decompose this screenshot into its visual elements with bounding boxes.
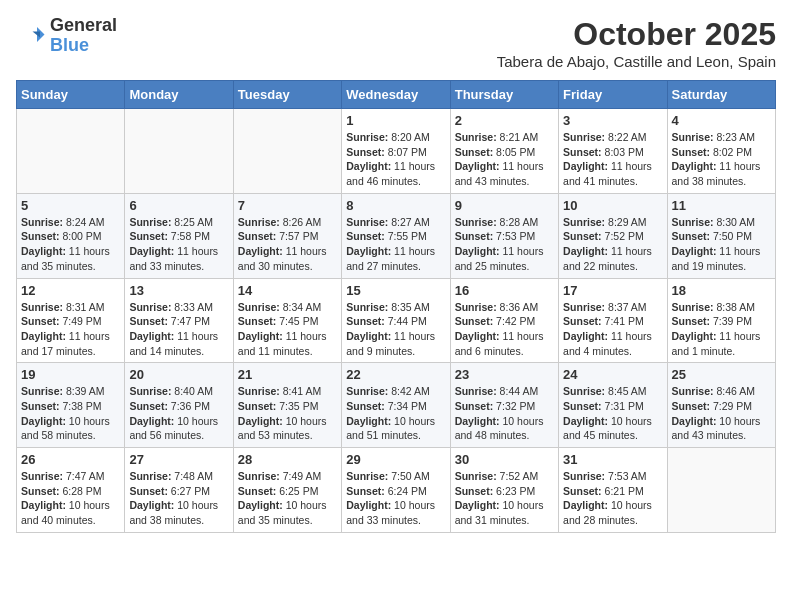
day-number: 11 — [672, 198, 771, 213]
day-info: Sunrise: 8:22 AMSunset: 8:03 PMDaylight:… — [563, 130, 662, 189]
table-row: 13Sunrise: 8:33 AMSunset: 7:47 PMDayligh… — [125, 278, 233, 363]
table-row: 21Sunrise: 8:41 AMSunset: 7:35 PMDayligh… — [233, 363, 341, 448]
day-number: 5 — [21, 198, 120, 213]
table-row — [125, 109, 233, 194]
day-number: 21 — [238, 367, 337, 382]
day-number: 27 — [129, 452, 228, 467]
logo-text: General Blue — [50, 16, 117, 56]
day-number: 8 — [346, 198, 445, 213]
calendar-week-5: 26Sunrise: 7:47 AMSunset: 6:28 PMDayligh… — [17, 448, 776, 533]
day-info: Sunrise: 8:39 AMSunset: 7:38 PMDaylight:… — [21, 384, 120, 443]
table-row: 26Sunrise: 7:47 AMSunset: 6:28 PMDayligh… — [17, 448, 125, 533]
table-row: 31Sunrise: 7:53 AMSunset: 6:21 PMDayligh… — [559, 448, 667, 533]
table-row: 28Sunrise: 7:49 AMSunset: 6:25 PMDayligh… — [233, 448, 341, 533]
header-sunday: Sunday — [17, 81, 125, 109]
header-wednesday: Wednesday — [342, 81, 450, 109]
title-area: October 2025 Tabera de Abajo, Castille a… — [497, 16, 776, 70]
calendar-week-2: 5Sunrise: 8:24 AMSunset: 8:00 PMDaylight… — [17, 193, 776, 278]
day-info: Sunrise: 7:50 AMSunset: 6:24 PMDaylight:… — [346, 469, 445, 528]
day-number: 6 — [129, 198, 228, 213]
header-thursday: Thursday — [450, 81, 558, 109]
day-info: Sunrise: 7:52 AMSunset: 6:23 PMDaylight:… — [455, 469, 554, 528]
day-number: 22 — [346, 367, 445, 382]
table-row: 11Sunrise: 8:30 AMSunset: 7:50 PMDayligh… — [667, 193, 775, 278]
day-info: Sunrise: 7:53 AMSunset: 6:21 PMDaylight:… — [563, 469, 662, 528]
day-info: Sunrise: 8:46 AMSunset: 7:29 PMDaylight:… — [672, 384, 771, 443]
day-number: 20 — [129, 367, 228, 382]
table-row: 25Sunrise: 8:46 AMSunset: 7:29 PMDayligh… — [667, 363, 775, 448]
calendar-week-4: 19Sunrise: 8:39 AMSunset: 7:38 PMDayligh… — [17, 363, 776, 448]
table-row: 9Sunrise: 8:28 AMSunset: 7:53 PMDaylight… — [450, 193, 558, 278]
table-row: 1Sunrise: 8:20 AMSunset: 8:07 PMDaylight… — [342, 109, 450, 194]
table-row: 15Sunrise: 8:35 AMSunset: 7:44 PMDayligh… — [342, 278, 450, 363]
table-row: 8Sunrise: 8:27 AMSunset: 7:55 PMDaylight… — [342, 193, 450, 278]
day-info: Sunrise: 8:37 AMSunset: 7:41 PMDaylight:… — [563, 300, 662, 359]
table-row: 16Sunrise: 8:36 AMSunset: 7:42 PMDayligh… — [450, 278, 558, 363]
day-number: 28 — [238, 452, 337, 467]
day-info: Sunrise: 8:23 AMSunset: 8:02 PMDaylight:… — [672, 130, 771, 189]
logo-icon — [16, 21, 46, 51]
logo-blue: Blue — [50, 35, 89, 55]
day-info: Sunrise: 8:41 AMSunset: 7:35 PMDaylight:… — [238, 384, 337, 443]
table-row: 6Sunrise: 8:25 AMSunset: 7:58 PMDaylight… — [125, 193, 233, 278]
day-number: 2 — [455, 113, 554, 128]
table-row: 20Sunrise: 8:40 AMSunset: 7:36 PMDayligh… — [125, 363, 233, 448]
day-number: 30 — [455, 452, 554, 467]
table-row — [17, 109, 125, 194]
day-number: 29 — [346, 452, 445, 467]
day-info: Sunrise: 8:40 AMSunset: 7:36 PMDaylight:… — [129, 384, 228, 443]
day-number: 3 — [563, 113, 662, 128]
table-row — [667, 448, 775, 533]
day-info: Sunrise: 8:35 AMSunset: 7:44 PMDaylight:… — [346, 300, 445, 359]
day-info: Sunrise: 8:24 AMSunset: 8:00 PMDaylight:… — [21, 215, 120, 274]
header-monday: Monday — [125, 81, 233, 109]
table-row: 2Sunrise: 8:21 AMSunset: 8:05 PMDaylight… — [450, 109, 558, 194]
day-number: 4 — [672, 113, 771, 128]
day-number: 25 — [672, 367, 771, 382]
day-info: Sunrise: 8:29 AMSunset: 7:52 PMDaylight:… — [563, 215, 662, 274]
page-header: General Blue October 2025 Tabera de Abaj… — [16, 16, 776, 70]
table-row: 30Sunrise: 7:52 AMSunset: 6:23 PMDayligh… — [450, 448, 558, 533]
day-info: Sunrise: 7:49 AMSunset: 6:25 PMDaylight:… — [238, 469, 337, 528]
day-info: Sunrise: 8:30 AMSunset: 7:50 PMDaylight:… — [672, 215, 771, 274]
day-info: Sunrise: 8:20 AMSunset: 8:07 PMDaylight:… — [346, 130, 445, 189]
month-title: October 2025 — [497, 16, 776, 53]
day-number: 7 — [238, 198, 337, 213]
day-number: 12 — [21, 283, 120, 298]
day-info: Sunrise: 8:28 AMSunset: 7:53 PMDaylight:… — [455, 215, 554, 274]
day-info: Sunrise: 8:42 AMSunset: 7:34 PMDaylight:… — [346, 384, 445, 443]
table-row: 17Sunrise: 8:37 AMSunset: 7:41 PMDayligh… — [559, 278, 667, 363]
day-info: Sunrise: 7:48 AMSunset: 6:27 PMDaylight:… — [129, 469, 228, 528]
day-number: 17 — [563, 283, 662, 298]
day-info: Sunrise: 8:36 AMSunset: 7:42 PMDaylight:… — [455, 300, 554, 359]
day-info: Sunrise: 8:45 AMSunset: 7:31 PMDaylight:… — [563, 384, 662, 443]
day-info: Sunrise: 8:25 AMSunset: 7:58 PMDaylight:… — [129, 215, 228, 274]
table-row: 27Sunrise: 7:48 AMSunset: 6:27 PMDayligh… — [125, 448, 233, 533]
day-number: 31 — [563, 452, 662, 467]
table-row — [233, 109, 341, 194]
day-number: 16 — [455, 283, 554, 298]
calendar-header-row: Sunday Monday Tuesday Wednesday Thursday… — [17, 81, 776, 109]
table-row: 29Sunrise: 7:50 AMSunset: 6:24 PMDayligh… — [342, 448, 450, 533]
table-row: 3Sunrise: 8:22 AMSunset: 8:03 PMDaylight… — [559, 109, 667, 194]
table-row: 5Sunrise: 8:24 AMSunset: 8:00 PMDaylight… — [17, 193, 125, 278]
day-number: 26 — [21, 452, 120, 467]
header-saturday: Saturday — [667, 81, 775, 109]
table-row: 24Sunrise: 8:45 AMSunset: 7:31 PMDayligh… — [559, 363, 667, 448]
day-number: 19 — [21, 367, 120, 382]
day-info: Sunrise: 8:21 AMSunset: 8:05 PMDaylight:… — [455, 130, 554, 189]
table-row: 12Sunrise: 8:31 AMSunset: 7:49 PMDayligh… — [17, 278, 125, 363]
day-number: 24 — [563, 367, 662, 382]
table-row: 19Sunrise: 8:39 AMSunset: 7:38 PMDayligh… — [17, 363, 125, 448]
day-number: 13 — [129, 283, 228, 298]
day-number: 10 — [563, 198, 662, 213]
logo: General Blue — [16, 16, 117, 56]
table-row: 23Sunrise: 8:44 AMSunset: 7:32 PMDayligh… — [450, 363, 558, 448]
day-number: 15 — [346, 283, 445, 298]
table-row: 7Sunrise: 8:26 AMSunset: 7:57 PMDaylight… — [233, 193, 341, 278]
logo-general: General — [50, 15, 117, 35]
day-number: 1 — [346, 113, 445, 128]
day-info: Sunrise: 8:33 AMSunset: 7:47 PMDaylight:… — [129, 300, 228, 359]
table-row: 14Sunrise: 8:34 AMSunset: 7:45 PMDayligh… — [233, 278, 341, 363]
table-row: 4Sunrise: 8:23 AMSunset: 8:02 PMDaylight… — [667, 109, 775, 194]
